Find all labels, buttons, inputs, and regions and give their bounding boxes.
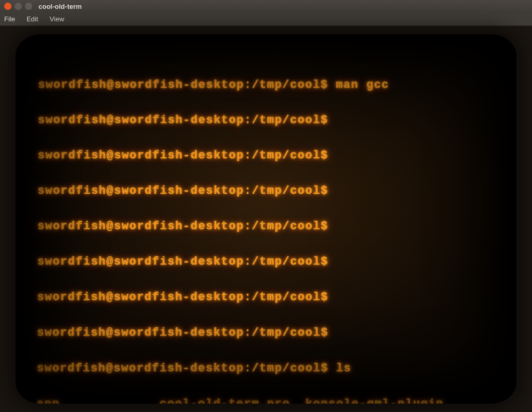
menu-view[interactable]: View	[49, 15, 64, 23]
minimize-icon[interactable]	[15, 3, 22, 10]
menu-edit[interactable]: Edit	[27, 15, 38, 23]
prompt: swordfish@swordfish-desktop:/tmp/cool$	[37, 220, 328, 233]
menu-file[interactable]: File	[4, 15, 15, 23]
command: ls	[328, 362, 351, 375]
prompt: swordfish@swordfish-desktop:/tmp/cool$	[37, 255, 328, 268]
terminal-line: swordfish@swordfish-desktop:/tmp/cool$ l…	[37, 360, 496, 378]
window-titlebar: cool-old-term	[0, 0, 532, 13]
prompt: swordfish@swordfish-desktop:/tmp/cool$	[37, 291, 328, 304]
terminal-line: swordfish@swordfish-desktop:/tmp/cool$	[37, 324, 495, 342]
terminal-line: swordfish@swordfish-desktop:/tmp/cool$	[37, 182, 495, 200]
command: man gcc	[328, 79, 389, 92]
maximize-icon[interactable]	[25, 3, 32, 10]
prompt: swordfish@swordfish-desktop:/tmp/cool$	[37, 149, 328, 162]
prompt: swordfish@swordfish-desktop:/tmp/cool$	[38, 114, 328, 127]
terminal-line: swordfish@swordfish-desktop:/tmp/cool$ m…	[38, 77, 494, 94]
crt-screen[interactable]: swordfish@swordfish-desktop:/tmp/cool$ m…	[16, 34, 516, 404]
terminal-line: swordfish@swordfish-desktop:/tmp/cool$	[38, 111, 495, 129]
terminal-line: swordfish@swordfish-desktop:/tmp/cool$	[37, 289, 495, 306]
close-icon[interactable]	[4, 3, 11, 10]
prompt: swordfish@swordfish-desktop:/tmp/cool$	[37, 184, 328, 197]
terminal-line: swordfish@swordfish-desktop:/tmp/cool$	[37, 218, 495, 235]
app-body: swordfish@swordfish-desktop:/tmp/cool$ m…	[0, 26, 532, 412]
prompt: swordfish@swordfish-desktop:/tmp/cool$	[37, 326, 328, 339]
window-title: cool-old-term	[39, 3, 82, 10]
menubar: File Edit View	[0, 13, 532, 26]
terminal-output[interactable]: swordfish@swordfish-desktop:/tmp/cool$ m…	[37, 59, 496, 378]
prompt: swordfish@swordfish-desktop:/tmp/cool$	[38, 79, 328, 92]
ls-output-line: app cool-old-term.pro konsole-qml-plugin	[36, 395, 495, 404]
prompt: swordfish@swordfish-desktop:/tmp/cool$	[37, 362, 328, 375]
terminal-line: swordfish@swordfish-desktop:/tmp/cool$	[37, 253, 495, 271]
terminal-line: swordfish@swordfish-desktop:/tmp/cool$	[37, 147, 494, 165]
